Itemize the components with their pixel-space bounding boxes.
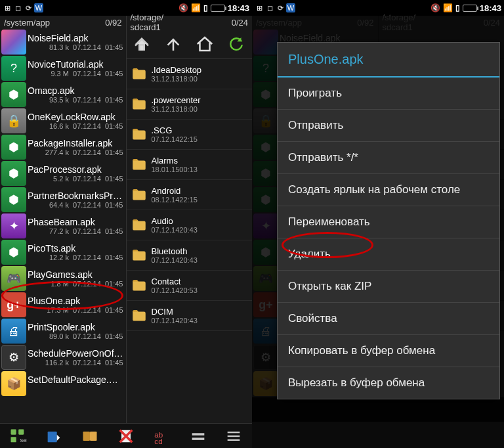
path-right[interactable]: /storage/sdcard1 0/24 [126,16,253,29]
svg-rect-13 [228,435,240,436]
folder-icon [129,156,149,173]
path-left[interactable]: /system/app 0/92 [0,16,126,29]
file-row[interactable]: 📦SetDefaultPackage.apk [0,370,126,397]
dir-row[interactable]: Audio07.12.1420:43 [127,210,253,240]
app-icon: ⬢ [1,240,26,265]
dir-row[interactable]: Alarms18.01.1500:13 [127,150,253,180]
context-menu-item[interactable]: Копировать в буфер обмена [278,335,499,367]
refresh-icon[interactable] [226,34,246,54]
context-menu-item[interactable]: Отправить [278,110,499,142]
app-icon: ⬢ [1,135,26,160]
file-row[interactable]: 🎮PlayGames.apk1.8 M 07.12.14 01:45 [0,265,126,292]
file-row[interactable]: ⬢Omacp.apk93.5 k 07.12.14 01:45 [0,81,126,108]
folder-icon [129,126,149,143]
folder-icon [129,66,149,83]
file-name: PrintSpooler.apk [28,322,123,332]
path-count: 0/24 [232,18,248,28]
dir-row[interactable]: Contact07.12.1420:53 [127,271,253,301]
app-icon: g+ [1,292,26,317]
mute-icon: 🔇 [178,3,188,12]
context-menu-item[interactable]: Вырезать в буфер обмена [278,367,499,399]
menu-icon[interactable] [224,427,243,445]
file-name: PicoTts.apk [28,243,123,254]
file-meta: 64.4 k 07.12.14 01:45 [28,201,123,209]
file-meta: 1.8 M 07.12.14 01:45 [28,280,123,288]
dir-name: Bluetooth [152,246,253,256]
file-row[interactable]: ✦PhaseBeam.apk77.2 k 07.12.14 01:45 [0,213,126,239]
app-icon: ⚙ [1,345,26,370]
dir-meta: 07.12.1420:53 [152,286,253,294]
battery-icon [463,5,477,12]
file-meta: 277.4 k 07.12.14 01:45 [28,148,123,156]
dir-meta: 08.12.1422:15 [152,196,253,204]
app-icon: ⬢ [1,161,26,186]
bottom-toolbar: Sel abcd [0,423,252,448]
context-menu-item[interactable]: Отправить */* [278,142,499,174]
folder-icon [129,187,149,204]
text-icon[interactable]: abcd [153,427,171,445]
dir-row[interactable]: Android08.12.1422:15 [127,180,253,210]
context-menu-item[interactable]: Удалить [278,238,499,271]
context-menu-item[interactable]: Свойства [278,303,499,335]
folder-icon [129,247,149,264]
dir-meta: 07.12.1420:43 [152,256,253,264]
file-name: PartnerBookmarksProvider.apk [28,190,123,201]
svg-rect-2 [11,437,16,442]
file-row[interactable]: g+PlusOne.apk17.3 M 07.12.14 01:45 [0,292,126,318]
dir-row[interactable]: .IdeaDesktop31.12.1318:00 [127,59,253,89]
select-icon[interactable]: Sel [9,427,27,445]
file-meta: 9.3 M 07.12.14 01:45 [28,70,123,78]
dir-row[interactable]: Bluetooth07.12.1420:43 [127,240,253,271]
file-name: SchedulePowerOnOff.apk [28,348,123,359]
file-row[interactable]: ⬢PicoTts.apk12.2 k 07.12.14 01:45 [0,239,126,265]
dir-name: .powercenter [152,95,253,105]
path-text: /system/app [4,18,50,28]
file-row[interactable]: ⬢PackageInstaller.apk277.4 k 07.12.14 01… [0,134,126,160]
delete-icon[interactable] [117,427,135,445]
file-row[interactable]: 🔒OneKeyLockRow.apk16.6 k 07.12.14 01:45 [0,108,126,134]
dir-row[interactable]: .powercenter31.12.1318:00 [127,89,253,120]
context-menu: PlusOne.apk ПроигратьОтправитьОтправить … [277,42,500,399]
up-icon[interactable] [132,34,152,54]
dir-row[interactable]: DCIM07.12.1420:43 [127,301,253,331]
context-menu-item[interactable]: Создать ярлык на рабочем столе [278,174,499,206]
copy-icon[interactable] [45,427,63,445]
pack-icon[interactable] [81,427,99,445]
svg-rect-4 [48,432,57,442]
file-name: PlusOne.apk [28,296,123,306]
path-count: 0/92 [105,18,121,28]
notif-icon: ⊞ [255,3,264,12]
status-bar: ⊞ ◻ ⟳ W 🔇 📶 ▯ 18:43 [252,0,504,16]
context-menu-item[interactable]: Переименовать [278,206,499,238]
file-row[interactable]: ⚙SchedulePowerOnOff.apk116.2 k 07.12.14 … [0,344,126,370]
file-row[interactable]: NoiseField.apk81.3 k 07.12.14 01:45 [0,29,126,55]
file-name: OneKeyLockRow.apk [28,112,123,122]
notif-icon: ⟳ [24,3,33,12]
folder-icon [129,277,149,294]
app-icon: 🎮 [1,266,26,291]
notif-icon-w: W [286,3,295,12]
file-row[interactable]: 🖨PrintSpooler.apk89.0 k 07.12.14 01:45 [0,318,126,344]
context-menu-title: PlusOne.apk [278,43,499,78]
notif-icon: ◻ [265,3,274,12]
app-icon: 📦 [1,371,26,396]
file-row[interactable]: ⬢PacProcessor.apk5.2 k 07.12.14 01:45 [0,160,126,187]
dir-row[interactable]: .SCG07.12.1422:15 [127,120,253,150]
parent-dir-icon[interactable] [163,34,183,54]
notif-icon: ⟳ [276,3,285,12]
context-menu-item[interactable]: Проиграть [278,78,499,110]
file-name: Omacp.apk [28,85,123,96]
clock: 18:43 [480,3,501,13]
file-row[interactable]: ?NoviceTutorial.apk9.3 M 07.12.14 01:45 [0,55,126,81]
dir-name: DCIM [152,307,253,317]
nav-row [127,29,253,59]
file-name: PlayGames.apk [28,269,123,280]
home-icon[interactable] [195,34,215,54]
equals-icon[interactable] [189,427,207,445]
file-row[interactable]: ⬢PartnerBookmarksProvider.apk64.4 k 07.1… [0,187,126,213]
app-icon: ⬢ [1,82,26,107]
context-menu-item[interactable]: Открыть как ZIP [278,271,499,303]
wifi-icon: 📶 [191,3,201,12]
svg-text:cd: cd [154,436,162,445]
svg-rect-12 [228,432,240,433]
